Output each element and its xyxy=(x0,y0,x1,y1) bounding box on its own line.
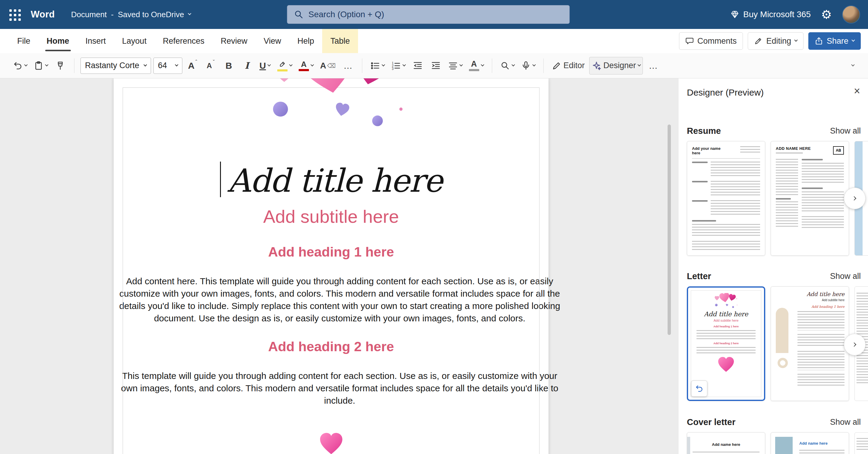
chevron-right-icon xyxy=(852,196,856,201)
dictate-button[interactable] xyxy=(519,57,537,74)
app-launcher-icon[interactable] xyxy=(8,8,21,21)
document-heading-2[interactable]: Add heading 2 here xyxy=(114,339,549,355)
more-font-options-button[interactable]: … xyxy=(340,57,356,74)
document-subtitle-text[interactable]: Add subtitle here xyxy=(114,207,549,226)
format-painter-icon xyxy=(56,61,65,70)
designer-button[interactable]: Designer xyxy=(589,57,643,74)
cover-letter-template-3-partial[interactable] xyxy=(855,432,868,454)
font-size-combobox[interactable]: 64 xyxy=(153,58,182,74)
tab-references[interactable]: References xyxy=(155,29,213,53)
chevron-down-icon xyxy=(851,38,855,41)
share-icon xyxy=(815,37,823,45)
resume-show-all-link[interactable]: Show all xyxy=(830,126,861,135)
chevron-down-icon[interactable] xyxy=(188,12,191,15)
alignment-button[interactable] xyxy=(446,57,464,74)
chevron-down-icon xyxy=(381,63,385,66)
more-ribbon-options-button[interactable]: … xyxy=(645,57,661,74)
resume-template-2[interactable]: ADD NAME HERE AB xyxy=(771,141,849,255)
font-name-value: Rastanty Cortez xyxy=(85,61,139,70)
document-name[interactable]: Document xyxy=(71,10,107,19)
account-avatar[interactable] xyxy=(842,5,860,24)
tab-layout[interactable]: Layout xyxy=(114,29,155,53)
letter-template-2[interactable]: Add title here Add subtitle here Add hea… xyxy=(771,286,849,401)
tab-file[interactable]: File xyxy=(9,29,38,53)
letter1-heading-1: Add heading 1 here xyxy=(692,325,760,328)
letter-section-header: Letter Show all xyxy=(687,271,861,281)
document-page[interactable]: Add title here Add subtitle here Add hea… xyxy=(114,79,549,454)
styles-button[interactable]: A xyxy=(467,57,486,74)
tab-help[interactable]: Help xyxy=(289,29,322,53)
letter2-subtitle: Add subtitle here xyxy=(798,298,844,302)
search-input[interactable]: Search (Option + Q) xyxy=(287,5,569,24)
tab-review[interactable]: Review xyxy=(213,29,255,53)
grow-font-button[interactable]: A ˆ xyxy=(185,57,200,74)
bold-button[interactable]: B xyxy=(221,57,237,74)
editing-mode-button[interactable]: Editing xyxy=(748,32,804,50)
editor-button[interactable]: Editor xyxy=(550,57,587,74)
letter-template-1-selected[interactable]: Add title here Add subtitle here Add hea… xyxy=(687,286,765,401)
font-name-combobox[interactable]: Rastanty Cortez xyxy=(81,58,151,74)
hearts-cluster-image xyxy=(265,79,409,141)
app-name: Word xyxy=(31,9,55,20)
numbering-button[interactable]: 1 2 3 xyxy=(389,57,407,74)
title-dash: - xyxy=(111,10,114,19)
italic-button[interactable]: I xyxy=(239,57,255,74)
share-button[interactable]: Share xyxy=(808,32,861,50)
document-paragraph-2[interactable]: This template will guide you through add… xyxy=(114,370,566,407)
cover-letter-show-all-link[interactable]: Show all xyxy=(830,418,861,427)
menu-bar: File Home Insert Layout References Revie… xyxy=(0,29,868,53)
tab-table[interactable]: Table xyxy=(322,29,358,53)
chevron-down-icon xyxy=(512,63,515,66)
letter-section-title: Letter xyxy=(687,271,711,281)
pen-icon xyxy=(754,37,763,45)
bullets-button[interactable] xyxy=(368,57,387,74)
document-title-bar[interactable]: Document - Saved to OneDrive xyxy=(71,10,191,19)
cover-letter-template-1[interactable]: Add name here xyxy=(687,432,765,454)
hearts-artwork xyxy=(114,79,549,129)
shrink-font-button[interactable]: A ˇ xyxy=(203,57,218,74)
settings-gear-icon[interactable]: ⚙ xyxy=(821,8,832,21)
resume-template-1[interactable]: Add your name here xyxy=(687,141,765,255)
ellipsis-icon: … xyxy=(649,61,658,71)
grow-font-icon: A xyxy=(188,61,195,71)
cover-letter-template-2[interactable]: Add name here xyxy=(771,432,849,454)
document-heading-1[interactable]: Add heading 1 here xyxy=(114,244,549,260)
document-title-text[interactable]: Add title here xyxy=(114,157,549,205)
mini-hearts-image xyxy=(713,293,739,310)
buy-microsoft-365-button[interactable]: Buy Microsoft 365 xyxy=(731,10,811,19)
divider xyxy=(74,59,74,73)
paste-button[interactable] xyxy=(32,57,50,74)
find-button[interactable] xyxy=(498,57,517,74)
increase-indent-button[interactable] xyxy=(428,57,444,74)
resume-scroll-right-button[interactable] xyxy=(844,187,866,209)
resume-thumbnails-row: Add your name here ADD NAME HERE AB xyxy=(687,141,868,255)
tab-view[interactable]: View xyxy=(255,29,289,53)
letter2-title: Add title here xyxy=(798,291,844,297)
letter-show-all-link[interactable]: Show all xyxy=(830,272,861,281)
letter1-subtitle: Add subtitle here xyxy=(692,319,760,322)
clipboard-icon xyxy=(34,61,43,70)
letter-thumbnails-row: Add title here Add subtitle here Add hea… xyxy=(687,286,868,401)
underline-button[interactable]: U xyxy=(257,57,273,74)
saved-status[interactable]: Saved to OneDrive xyxy=(118,10,184,19)
font-color-button[interactable]: A xyxy=(297,57,315,74)
vertical-scrollbar-thumb[interactable] xyxy=(668,124,671,335)
clear-formatting-button[interactable]: A ⌫ xyxy=(318,57,338,74)
search-placeholder: Search (Option + Q) xyxy=(308,10,384,19)
designer-panel: Designer (Preview) × Resume Show all Add… xyxy=(678,79,868,454)
highlight-color-button[interactable] xyxy=(275,57,294,74)
document-paragraph-1[interactable]: Add content here. This template will gui… xyxy=(114,275,566,324)
format-painter-button[interactable] xyxy=(53,57,68,74)
close-icon[interactable]: × xyxy=(854,85,860,97)
comments-button[interactable]: Comments xyxy=(679,32,743,50)
editor-pen-icon xyxy=(552,61,561,70)
italic-icon: I xyxy=(245,60,249,71)
ribbon-collapse-button[interactable] xyxy=(845,57,861,74)
undo-button[interactable] xyxy=(11,57,29,74)
undo-design-button[interactable] xyxy=(691,381,707,397)
decrease-indent-button[interactable] xyxy=(410,57,426,74)
tab-insert[interactable]: Insert xyxy=(78,29,114,53)
letter-scroll-right-button[interactable] xyxy=(844,334,866,356)
tab-home[interactable]: Home xyxy=(38,29,78,53)
styles-icon: A xyxy=(469,60,479,71)
